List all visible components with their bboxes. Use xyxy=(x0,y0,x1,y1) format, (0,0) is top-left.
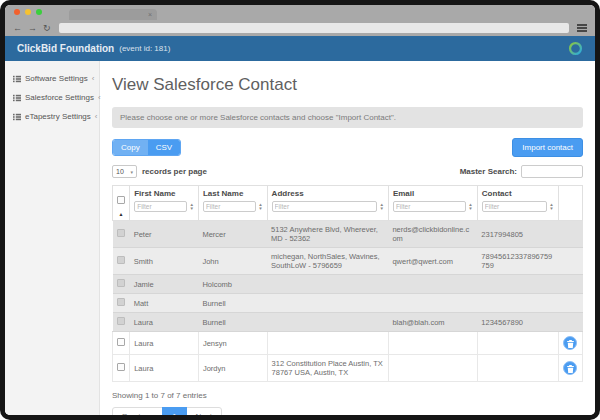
pagination-next[interactable]: Next xyxy=(186,407,222,415)
cell-last-name: Mercer xyxy=(198,221,267,248)
row-checkbox xyxy=(117,279,125,287)
csv-button[interactable]: CSV xyxy=(148,140,180,155)
cell-last-name: Jordyn xyxy=(198,355,267,382)
tab-close-icon[interactable]: × xyxy=(148,10,152,19)
pagination-page-1[interactable]: 1 xyxy=(162,407,186,415)
sidebar: Software Settings‹Salesforce Settings‹eT… xyxy=(5,61,100,415)
cell-contact xyxy=(477,355,558,382)
column-header-contact[interactable]: Contact▲▼ xyxy=(477,186,558,221)
contact-row: SmithJohnmichegan, NorthSales, Wavines, … xyxy=(113,248,583,275)
export-button-group: Copy CSV xyxy=(112,139,181,156)
pagination-previous[interactable]: Previous xyxy=(112,407,163,415)
filter-input-last-name[interactable] xyxy=(203,201,256,212)
browser-tab[interactable]: × xyxy=(69,9,157,20)
cell-first-name: Matt xyxy=(130,294,199,313)
main-panel: View Salesforce Contact Please choose on… xyxy=(100,61,595,415)
sidebar-item-label: Salesforce Settings xyxy=(25,93,94,102)
contacts-table: ▲ First Name▲▼Last Name▲▼Address▲▼Email▲… xyxy=(112,185,583,382)
cell-address: 312 Constitution Place Austin, TX 78767 … xyxy=(267,355,388,382)
browser-toolbar: ← → ↻ xyxy=(5,20,595,36)
row-checkbox[interactable] xyxy=(117,338,125,346)
delete-contact-button[interactable] xyxy=(563,336,577,350)
close-window-button[interactable] xyxy=(14,9,20,15)
cell-email: nerds@clickbidonline.com xyxy=(388,221,477,248)
cell-last-name: Burnell xyxy=(198,294,267,313)
cell-address: 5132 Anywhere Blvd, Wherever, MD - 52362 xyxy=(267,221,388,248)
browser-frame: × ← → ↻ ClickBid Foundation (event id: 1… xyxy=(0,0,600,420)
contact-row[interactable]: LauraJensyn xyxy=(113,332,583,355)
column-header-address[interactable]: Address▲▼ xyxy=(267,186,388,221)
cell-address xyxy=(267,294,388,313)
cell-email: blah@blah.com xyxy=(388,313,477,332)
column-header-last-name[interactable]: Last Name▲▼ xyxy=(198,186,267,221)
sort-icon[interactable]: ▲▼ xyxy=(468,203,472,210)
sidebar-item-salesforce-settings[interactable]: Salesforce Settings‹ xyxy=(5,88,99,107)
column-title: Email xyxy=(393,189,473,198)
window-controls xyxy=(14,9,42,15)
sort-icon[interactable]: ▲▼ xyxy=(549,203,553,210)
contact-row: LauraBurnellblah@blah.com1234567890 xyxy=(113,313,583,332)
forward-button[interactable]: → xyxy=(28,24,37,33)
column-header-email[interactable]: Email▲▼ xyxy=(388,186,477,221)
sidebar-item-software-settings[interactable]: Software Settings‹ xyxy=(5,69,99,88)
app-header: ClickBid Foundation (event id: 181) xyxy=(5,36,595,61)
cell-last-name: Burnell xyxy=(198,313,267,332)
cell-last-name: Jensyn xyxy=(198,332,267,355)
maximize-window-button[interactable] xyxy=(36,9,42,15)
browser-titlebar: × xyxy=(5,5,595,20)
filter-input-contact[interactable] xyxy=(482,201,547,212)
master-search-input[interactable] xyxy=(521,165,583,178)
sort-icon[interactable]: ▲▼ xyxy=(379,203,383,210)
copy-button[interactable]: Copy xyxy=(113,140,148,155)
app-title: ClickBid Foundation xyxy=(17,43,114,54)
sidebar-item-etapestry-settings[interactable]: eTapestry Settings‹ xyxy=(5,107,99,126)
contacts-tbody: PeterMercer5132 Anywhere Blvd, Wherever,… xyxy=(113,221,583,382)
export-toolbar: Copy CSV Import contact xyxy=(112,138,583,157)
column-header-first-name[interactable]: First Name▲▼ xyxy=(130,186,199,221)
sort-icon[interactable]: ▲▼ xyxy=(258,203,262,210)
cell-contact: 1234567890 xyxy=(477,313,558,332)
table-controls: 10 ▾ records per page Master Search: xyxy=(112,165,583,178)
reload-button[interactable]: ↻ xyxy=(43,24,51,33)
page-size-value: 10 xyxy=(116,168,124,175)
row-checkbox[interactable] xyxy=(117,363,125,371)
cell-contact: 78945612337896759759 xyxy=(477,248,558,275)
column-title: Last Name xyxy=(203,189,263,198)
contact-row: PeterMercer5132 Anywhere Blvd, Wherever,… xyxy=(113,221,583,248)
import-contact-button[interactable]: Import contact xyxy=(512,138,583,157)
cell-address: michegan, NorthSales, Wavines, SouthLoW … xyxy=(267,248,388,275)
address-bar[interactable] xyxy=(59,23,569,33)
cell-first-name: Peter xyxy=(130,221,199,248)
filter-input-address[interactable] xyxy=(272,201,378,212)
page-title: View Salesforce Contact xyxy=(112,75,583,95)
contact-row: MattBurnell xyxy=(113,294,583,313)
event-id-label: (event id: 181) xyxy=(119,44,170,53)
page-size-select[interactable]: 10 ▾ xyxy=(112,165,137,178)
browser-menu-button[interactable] xyxy=(577,24,587,32)
column-title: First Name xyxy=(134,189,194,198)
row-checkbox xyxy=(117,229,125,237)
filter-input-email[interactable] xyxy=(393,201,466,212)
cell-last-name: John xyxy=(198,248,267,275)
chevron-left-icon: ‹ xyxy=(95,112,98,121)
select-all-header[interactable]: ▲ xyxy=(113,186,130,221)
browser-window: × ← → ↻ ClickBid Foundation (event id: 1… xyxy=(5,5,595,415)
select-all-checkbox[interactable] xyxy=(117,196,125,204)
cell-first-name: Smith xyxy=(130,248,199,275)
pagination: Previous1Next xyxy=(112,407,583,415)
trash-icon xyxy=(567,336,574,351)
cell-first-name: Laura xyxy=(130,313,199,332)
sort-ascending-icon: ▲ xyxy=(117,211,125,217)
cell-contact xyxy=(477,275,558,294)
action-column-header xyxy=(558,186,582,221)
row-checkbox xyxy=(117,298,125,306)
contact-row[interactable]: LauraJordyn312 Constitution Place Austin… xyxy=(113,355,583,382)
delete-contact-button[interactable] xyxy=(563,361,577,375)
sort-icon[interactable]: ▲▼ xyxy=(189,203,193,210)
minimize-window-button[interactable] xyxy=(25,9,31,15)
master-search: Master Search: xyxy=(460,165,583,178)
cell-email: qwert@qwert.com xyxy=(388,248,477,275)
back-button[interactable]: ← xyxy=(13,24,22,33)
cell-email xyxy=(388,355,477,382)
filter-input-first-name[interactable] xyxy=(134,201,187,212)
